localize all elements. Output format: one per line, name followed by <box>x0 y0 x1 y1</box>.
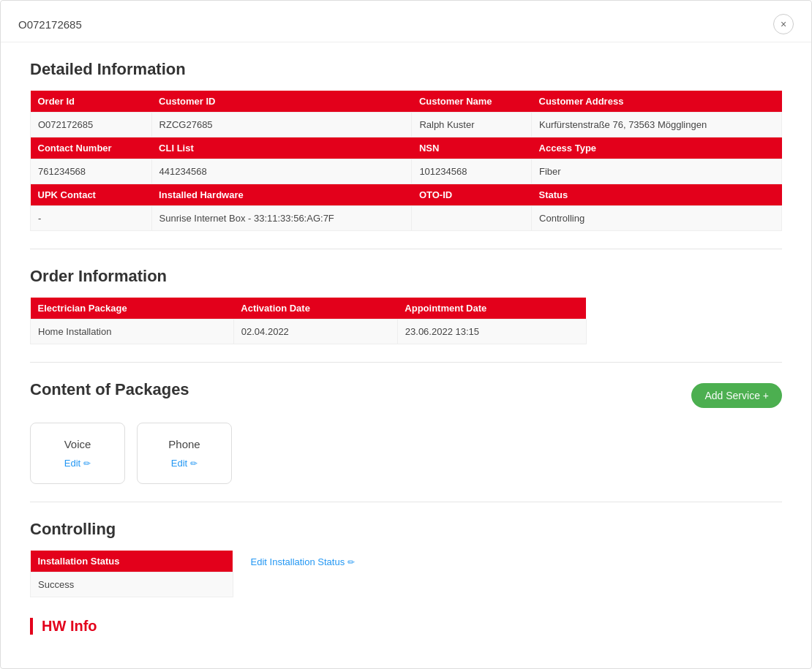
customer-name-value: Ralph Kuster <box>412 113 532 137</box>
service-card-voice-name: Voice <box>53 438 102 450</box>
order-id-value: O072172685 <box>31 113 152 137</box>
cli-list-header: CLI List <box>151 137 412 159</box>
controlling-title: Controlling <box>30 520 782 539</box>
access-type-header: Access Type <box>532 137 782 159</box>
service-card-phone-name: Phone <box>159 438 209 450</box>
add-service-button[interactable]: Add Service + <box>691 383 782 408</box>
controlling-section: Installation Status Success Edit Install… <box>30 551 782 603</box>
installed-hardware-value: Sunrise Internet Box - 33:11:33:56:AG:7F <box>151 206 412 231</box>
modal-title: O072172685 <box>18 18 82 31</box>
service-card-voice: Voice Edit ✏ <box>30 423 125 484</box>
customer-id-value: RZCG27685 <box>151 113 412 137</box>
close-button[interactable]: × <box>773 14 794 34</box>
controlling-table: Installation Status Success <box>30 551 233 597</box>
order-id-header: Order Id <box>31 91 152 113</box>
hw-info-title: HW Info <box>30 618 782 635</box>
edit-phone-icon: ✏ <box>190 458 198 469</box>
activation-date-value: 02.04.2022 <box>233 320 397 344</box>
edit-phone-link[interactable]: Edit ✏ <box>159 458 209 469</box>
upk-contact-value: - <box>31 206 152 231</box>
installed-hardware-header: Installed Hardware <box>151 184 412 206</box>
access-type-value: Fiber <box>532 159 782 184</box>
oto-id-value <box>412 206 532 231</box>
order-info-title: Order Information <box>30 267 782 286</box>
modal-header: O072172685 × <box>1 1 811 42</box>
activation-date-header: Activation Date <box>233 298 397 320</box>
edit-status-icon: ✏ <box>347 557 355 567</box>
electrician-package-value: Home Installation <box>31 320 234 344</box>
customer-address-value: Kurfürstenstraße 76, 73563 Mögglingen <box>532 113 782 137</box>
detailed-info-title: Detailed Information <box>30 60 782 79</box>
order-info-table: Electrician Package Activation Date Appo… <box>30 298 587 344</box>
status-value: Controlling <box>532 206 782 231</box>
contact-number-header: Contact Number <box>31 137 152 159</box>
appointment-date-header: Appointment Date <box>397 298 586 320</box>
cli-list-value: 441234568 <box>151 159 412 184</box>
electrician-package-header: Electrician Package <box>31 298 234 320</box>
modal-body: Detailed Information Order Id Customer I… <box>1 42 811 664</box>
detailed-info-table: Order Id Customer ID Customer Name Custo… <box>30 91 782 231</box>
installation-status-value: Success <box>31 572 233 597</box>
hw-info-section: HW Info <box>30 618 782 635</box>
customer-address-header: Customer Address <box>532 91 782 113</box>
divider-2 <box>30 362 782 363</box>
nsn-value: 101234568 <box>412 159 532 184</box>
service-card-phone: Phone Edit ✏ <box>137 423 232 484</box>
divider-1 <box>30 249 782 249</box>
service-cards-container: Voice Edit ✏ Phone Edit ✏ <box>30 423 782 484</box>
packages-title: Content of Packages <box>30 380 189 399</box>
customer-id-header: Customer ID <box>151 91 412 113</box>
status-header: Status <box>532 184 782 206</box>
modal-container: O072172685 × Detailed Information Order … <box>0 0 812 669</box>
packages-header: Content of Packages Add Service + <box>30 380 782 411</box>
edit-installation-status-link[interactable]: Edit Installation Status ✏ <box>251 556 356 567</box>
appointment-date-value: 23.06.2022 13:15 <box>397 320 586 344</box>
oto-id-header: OTO-ID <box>412 184 532 206</box>
contact-number-value: 761234568 <box>31 159 152 184</box>
nsn-header: NSN <box>412 137 532 159</box>
edit-phone-label: Edit <box>171 458 187 469</box>
divider-3 <box>30 502 782 502</box>
installation-status-header: Installation Status <box>31 551 233 572</box>
edit-voice-link[interactable]: Edit ✏ <box>53 458 102 469</box>
edit-voice-icon: ✏ <box>83 458 91 469</box>
upk-contact-header: UPK Contact <box>31 184 152 206</box>
edit-status-label: Edit Installation Status <box>251 556 345 567</box>
edit-voice-label: Edit <box>64 458 80 469</box>
customer-name-header: Customer Name <box>412 91 532 113</box>
